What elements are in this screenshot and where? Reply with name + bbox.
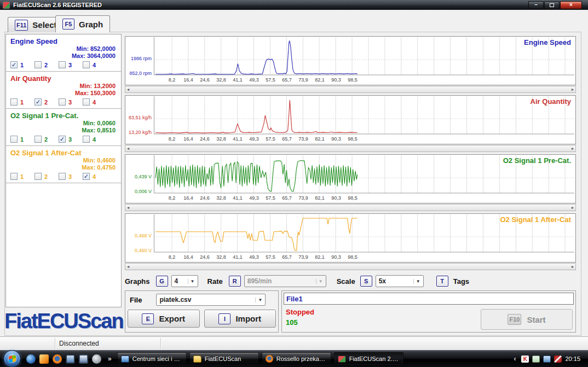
scale-select[interactable]: 5x▼ [376,275,424,287]
battery-tray-icon[interactable] [532,356,540,363]
scroll-left-icon[interactable]: ◂ [127,264,129,269]
r-key-button[interactable]: R [229,276,241,287]
x-tick-label: 65,7 [282,77,292,83]
task-label: Rossello przekazuje ... [276,356,327,362]
f10-key-badge: F10 [508,314,521,325]
x-axis-ticks: 8,216,424,632,841,149,357,565,773,982,19… [154,136,574,144]
task-label: FiatECUScan 2.6 RE... [349,356,400,362]
channel-4-graph-3-checkbox[interactable] [59,173,66,180]
y-axis-mid-label: 83,51 kg/h [126,115,152,120]
channel-1-graph-3-checkbox[interactable] [59,61,66,68]
scroll-right-icon[interactable]: ▸ [572,146,574,151]
plot-box: 0,468 V 0,460 V O2 Signal 1 After-Cat 8,… [125,213,576,263]
channel-2-graph-2-checkbox[interactable]: ✓ [34,98,42,106]
scroll-right-icon[interactable]: ▸ [572,87,574,92]
x-tick-label: 65,7 [282,254,292,260]
channel-3-graph-2-checkbox[interactable] [34,136,42,143]
scroll-right-icon[interactable]: ▸ [572,264,574,269]
channel-title: Air Quantity [10,74,117,83]
x-tick-label: 57,5 [266,254,275,260]
horizontal-scrollbar[interactable]: ◂▸ [125,145,576,152]
t-key-button[interactable]: T [436,276,448,287]
volume-muted-tray-icon[interactable] [554,356,562,363]
x-tick-label: 32,8 [216,136,226,142]
channel-3-graph-3-checkbox[interactable]: ✓ [59,136,66,143]
channel-4-graph-1-checkbox[interactable] [10,173,18,180]
graph-title: O2 Signal 1 After-Cat [500,215,571,224]
export-button[interactable]: E Export [128,310,200,328]
x-tick-label: 57,5 [266,77,275,83]
scroll-left-icon[interactable]: ◂ [127,87,129,92]
scroll-right-icon[interactable]: ▸ [572,205,574,210]
lock-icon[interactable] [92,354,101,364]
file-group-box: File piatek.csv▼ E Export I Import [125,290,279,333]
channel-min: Min: 852,0000 [10,45,116,53]
maximize-button[interactable] [544,1,560,9]
channel-4-graph-4-checkbox[interactable]: ✓ [83,173,90,180]
screen: FiatECUScan 2.6 REGISTERED – × F11 Selec… [0,0,588,367]
taskbar-task-fiatecuscan[interactable]: FiatECUScan [189,352,259,365]
display-icon[interactable] [66,354,75,364]
checkbox-label: 3 [68,173,72,180]
scroll-left-icon[interactable]: ◂ [127,205,129,210]
graph-panel-1: 1986 rpm 852,0 rpm Engine Speed 8,216,42… [125,36,576,93]
tray-icons: K [521,356,562,363]
horizontal-scrollbar[interactable]: ◂▸ [125,263,576,270]
network-tray-icon[interactable] [543,356,551,363]
horizontal-scrollbar[interactable]: ◂▸ [125,86,576,93]
antivirus-tray-icon[interactable]: K [521,356,529,363]
session-box: Stopped 105 F10 Start [281,290,576,333]
taskbar-task-centrum-sieci-i-udo[interactable]: Centrum sieci i udo... [117,352,187,365]
channel-1-graph-2-checkbox[interactable] [34,61,42,68]
checkbox-label: 1 [20,173,24,180]
minimize-button[interactable]: – [528,1,544,9]
taskbar-task-rossello-przekazuje[interactable]: Rossello przekazuje ... [262,352,331,365]
task-buttons: Centrum sieci i udo...FiatECUScanRossell… [117,352,403,365]
channel-1-graph-4-checkbox[interactable] [83,61,90,68]
firefox-icon[interactable] [53,354,62,364]
window-app-icon[interactable] [79,354,88,364]
rate-label: Rate [207,277,223,286]
start-button-orb[interactable] [3,350,21,367]
channel-min: Min: 13,2000 [10,83,116,90]
x-tick-label: 57,5 [266,136,275,142]
scroll-left-icon[interactable]: ◂ [127,146,129,151]
x-tick-label: 41,1 [233,136,243,142]
start-button[interactable]: F10 Start [481,309,573,330]
quick-launch-overflow-chevron[interactable]: » [108,355,112,363]
folder-icon [193,356,201,363]
i-key-badge: I [218,313,230,324]
x-tick-label: 24,6 [200,195,210,201]
chevron-down-icon: ▼ [316,279,323,284]
plot-box: 0,439 V 0,006 V O2 Signal 1 Pre-Cat. 8,2… [125,154,576,203]
channel-4-graph-2-checkbox[interactable] [34,173,42,180]
close-button[interactable]: × [560,1,582,9]
network-globe-icon[interactable] [26,354,36,364]
tray-expand-chevron[interactable]: ‹ [514,355,516,363]
channel-3-graph-1-checkbox[interactable] [10,136,18,143]
channel-1-graph-1-checkbox[interactable]: ✓ [10,61,18,68]
channel-2-graph-1-checkbox[interactable] [10,98,18,106]
x-tick-label: 32,8 [216,195,226,201]
checkbox-label: 3 [68,62,72,68]
g-key-button[interactable]: G [156,276,168,287]
channel-min: Min: 0,4600 [10,157,116,164]
channel-o2-pre-cat: O2 Signal 1 Pre-Cat. Min: 0,0060 Max: 0,… [6,109,121,146]
horizontal-scrollbar[interactable]: ◂▸ [125,204,576,211]
s-key-button[interactable]: S [360,276,372,287]
channel-2-graph-4-checkbox[interactable] [83,98,90,106]
x-tick-label: 82,1 [315,77,325,83]
tab-graph[interactable]: F5 Graph [55,15,110,32]
x-axis-ticks: 8,216,424,632,841,149,357,565,773,982,19… [154,254,574,262]
status-bar: Disconnected [0,336,588,350]
file-select[interactable]: piatek.csv▼ [156,294,266,306]
graphs-count-select[interactable]: 4▼ [171,275,198,287]
session-name-input[interactable] [284,293,574,305]
channel-3-graph-4-checkbox[interactable] [83,136,90,143]
plot-area [154,96,574,136]
picture-tool-icon[interactable] [39,354,49,364]
channel-title: Engine Speed [10,37,117,45]
taskbar-task-fiatecuscan-2-6-re[interactable]: FiatECUScan 2.6 RE... [334,352,403,365]
channel-2-graph-3-checkbox[interactable] [59,98,66,106]
import-button[interactable]: I Import [204,310,276,328]
